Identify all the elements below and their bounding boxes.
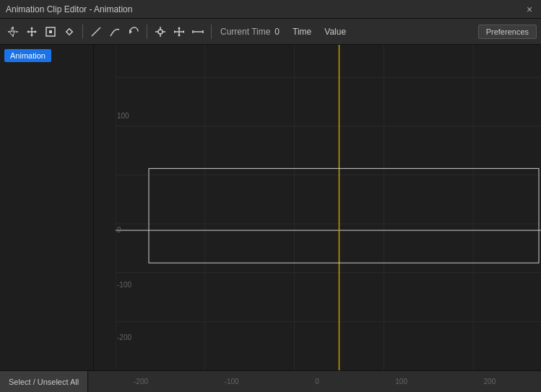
preferences-button[interactable]: Preferences [478, 25, 537, 39]
svg-marker-16 [178, 27, 181, 29]
separator-3 [211, 25, 212, 39]
undo-icon [127, 25, 140, 38]
tangent-tool-button[interactable] [87, 23, 105, 40]
separator-1 [82, 25, 83, 39]
move-tool-button[interactable] [23, 23, 40, 40]
main-area: Animation 100 0 -100 -200 [0, 45, 541, 370]
translate-tool-button[interactable] [152, 23, 169, 40]
pan-tool-button[interactable] [4, 23, 22, 40]
svg-text:-200: -200 [117, 334, 131, 341]
svg-marker-17 [178, 35, 181, 37]
close-button[interactable]: × [524, 4, 535, 15]
svg-text:0: 0 [117, 226, 121, 234]
x-axis-labels: -200 -100 0 100 200 [88, 378, 541, 386]
undo-button[interactable] [125, 23, 142, 40]
scale-tool-button[interactable] [170, 23, 188, 40]
x-label-neg200: -200 [134, 378, 148, 386]
x-label-zero: 0 [315, 378, 319, 386]
bottom-bar: Select / Unselect All -200 -100 0 100 20… [0, 370, 541, 392]
tangent-icon [90, 25, 103, 38]
svg-marker-13 [174, 30, 176, 33]
tangent2-icon [108, 25, 121, 38]
graph-canvas: 100 0 -100 -200 [116, 45, 541, 370]
frame-icon [44, 25, 57, 38]
scale2-icon [191, 25, 204, 38]
svg-text:-100: -100 [117, 281, 131, 289]
title-bar: Animation Clip Editor - Animation × [0, 0, 541, 19]
x-label-200: 200 [484, 378, 496, 386]
svg-text:100: 100 [117, 112, 129, 120]
left-panel: Animation [0, 45, 94, 370]
time-header: Time [287, 27, 317, 37]
current-time-value: 0 [274, 27, 280, 37]
svg-rect-3 [49, 30, 52, 33]
translate-icon [154, 25, 167, 38]
tangent2-tool-button[interactable] [106, 23, 124, 40]
window-title: Animation Clip Editor - Animation [6, 4, 132, 14]
graph-area[interactable]: 100 0 -100 -200 [94, 45, 541, 370]
key-tool-button[interactable] [61, 23, 78, 40]
svg-point-7 [158, 30, 163, 34]
pan-icon [7, 25, 20, 38]
scale-icon [173, 25, 186, 38]
animation-tag[interactable]: Animation [4, 49, 51, 62]
select-unselect-button[interactable]: Select / Unselect All [0, 371, 88, 392]
value-header: Value [319, 27, 352, 37]
frame-tool-button[interactable] [42, 23, 59, 40]
svg-rect-39 [149, 168, 539, 263]
move-icon [25, 25, 38, 38]
toolbar: Current Time 0 Time Value Preferences [0, 19, 541, 45]
separator-2 [147, 25, 147, 39]
key-icon [63, 25, 76, 38]
x-label-100: 100 [395, 378, 407, 386]
current-time-label: Current Time [220, 27, 270, 37]
svg-rect-4 [66, 28, 72, 34]
svg-marker-14 [182, 30, 184, 33]
svg-line-5 [92, 27, 100, 36]
scale2-tool-button[interactable] [189, 23, 207, 40]
x-label-neg100: -100 [225, 378, 239, 386]
